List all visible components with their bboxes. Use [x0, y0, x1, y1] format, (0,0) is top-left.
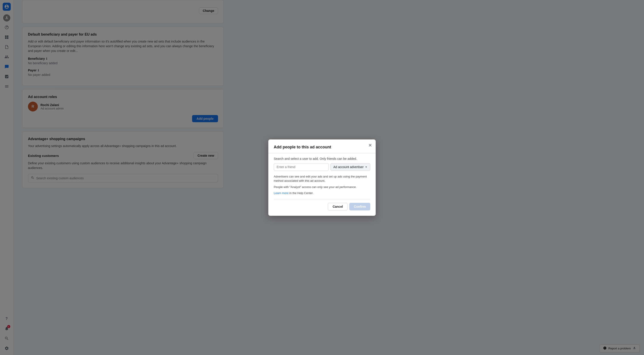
modal-input-row: Ad account advertiser ▼: [274, 163, 370, 171]
chevron-down-icon: ▼: [365, 166, 368, 168]
analyst-info-text: People with "Analyst" access can only se…: [274, 185, 370, 189]
modal-subtitle: Search and select a user to add. Only fr…: [274, 157, 370, 161]
learn-more-link[interactable]: Learn more: [274, 191, 288, 195]
modal-title: Add people to this ad account: [274, 145, 370, 150]
modal-confirm-button[interactable]: Confirm: [349, 203, 370, 210]
friend-search-input[interactable]: [274, 163, 329, 171]
role-dropdown[interactable]: Ad account advertiser ▼: [330, 163, 370, 171]
modal-footer: Cancel Confirm: [274, 199, 370, 210]
modal-cancel-button[interactable]: Cancel: [328, 203, 348, 210]
modal-overlay[interactable]: Add people to this ad account ✕ Search a…: [0, 0, 644, 355]
help-center-label: in the Help Center.: [289, 191, 314, 195]
modal-divider: [268, 153, 376, 153]
modal-dialog: Add people to this ad account ✕ Search a…: [268, 139, 376, 216]
advertiser-info-text: Advertisers can see and edit your ads an…: [274, 174, 370, 183]
learn-more-row: Learn more in the Help Center.: [274, 191, 370, 195]
modal-close-button[interactable]: ✕: [368, 143, 372, 148]
role-dropdown-label: Ad account advertiser: [334, 165, 364, 169]
